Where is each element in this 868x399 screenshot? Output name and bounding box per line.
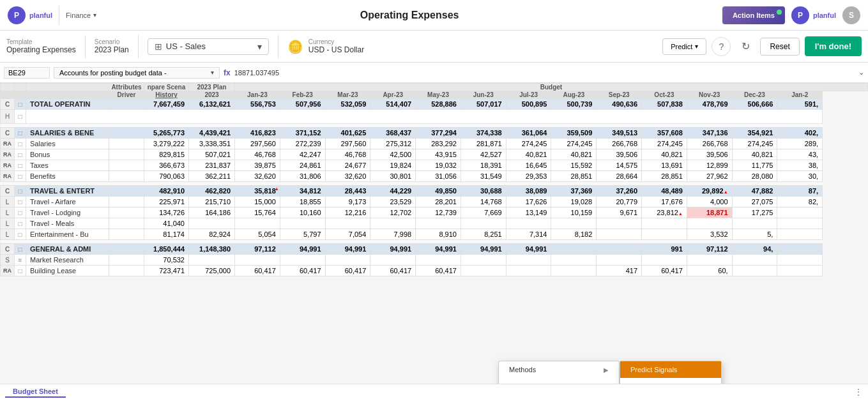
dimension-icon: ⊞ [155,41,162,52]
col-history-h: History [144,91,189,99]
row-oct[interactable]: 507,838 [642,99,687,110]
toolbar-separator-1 [85,35,86,58]
row-history[interactable]: 5,265,773 [144,128,189,139]
table-row: C □ GENERAL & ADMI 1,850,444 1,148,380 9… [1,244,868,255]
dropdown-arrow-icon: ▾ [257,41,262,52]
cell-ref-input[interactable] [4,67,50,79]
col-rownum-h [1,91,15,99]
row-jun[interactable]: 374,338 [461,128,506,139]
col-header-row-2: Driver History 2023 Jan-23 Feb-23 Mar-23… [1,91,868,99]
col-header-rowlabel [1,84,15,91]
row-jun[interactable]: 507,017 [461,99,506,110]
row-dec[interactable]: 354,921 [732,128,777,139]
row-label: H [1,110,15,124]
row-jul[interactable]: 361,064 [506,128,551,139]
row-apr[interactable]: 514,407 [370,99,416,110]
scenario-dropdown[interactable]: ⊞ US - Sales ▾ [148,38,269,55]
col-sep23-h: Sep-23 [597,91,642,99]
row-mar[interactable]: 532,059 [325,99,370,110]
row-plan[interactable]: 3,338,351 [189,139,235,149]
spreadsheet-table: Attributes npare Scena 2023 Plan Budget … [0,83,868,276]
currency-label: Currency [308,38,364,45]
action-items-dot [777,10,782,15]
submenu-arrow-icon-2: ▶ [604,383,609,384]
done-button[interactable]: I'm done! [805,36,862,56]
row-feb[interactable]: 507,956 [280,99,325,110]
finance-nav-arrow: ▾ [93,11,96,19]
action-items-label: Action Items [733,11,775,19]
scenario-info: Scenario 2023 Plan [95,38,129,54]
table-row: RA □ Taxes 366,673 231,837 39,875 24,861… [1,160,868,171]
predict-dropdown-arrow: ▾ [695,43,698,50]
row-icon: □ [15,139,26,149]
row-sep[interactable]: 490,636 [597,99,642,110]
refresh-icon-button[interactable]: ↻ [736,37,755,56]
cell-dropdown-label: Accounts for posting budget data - [59,69,167,77]
formula-value: 18871.037495 [234,69,855,77]
row-nov[interactable]: 478,769 [687,99,732,110]
action-items-button[interactable]: Action Items [722,6,785,24]
row-apr[interactable]: 368,437 [370,128,416,139]
finance-nav[interactable]: Finance ▾ [66,11,96,19]
col-may23-h: May-23 [416,91,461,99]
row-sep[interactable]: 349,513 [597,128,642,139]
row-oct[interactable]: 357,608 [642,128,687,139]
row-history[interactable]: 7,667,459 [144,99,189,110]
col-jan23-h: Jan-23 [235,91,280,99]
row-name[interactable]: TOTAL OPERATIN [26,99,109,110]
table-row: S ≡ Market Research 70,532 [1,255,868,266]
row-aug[interactable]: 500,739 [551,99,597,110]
help-icon-button[interactable]: ? [712,37,731,56]
table-row: H □ [1,110,868,124]
formula-expand-icon[interactable]: ⌄ [858,68,864,77]
context-menu-item-predict-projections[interactable]: Predict Projections ▶ [499,378,619,384]
col-oct23-h: Oct-23 [642,91,687,99]
toolbar-right: Predict ▾ ? ↻ Reset I'm done! [662,36,862,56]
row-feb[interactable]: 371,152 [280,128,325,139]
reset-button[interactable]: Reset [760,38,799,56]
row-jul[interactable]: 500,895 [506,99,551,110]
row-jan2[interactable]: 591, [777,99,823,110]
context-menu-item-methods[interactable]: Methods ▶ [499,361,619,378]
row-name[interactable]: SALARIES & BENE [26,128,109,139]
header-right: Action Items P planful S [722,6,860,24]
row-plan[interactable]: 6,132,621 [189,99,235,110]
cell-dropdown[interactable]: Accounts for posting budget data - ▾ [54,67,220,79]
col-mar23-h: Mar-23 [325,91,370,99]
row-may[interactable]: 528,886 [416,99,461,110]
row-may[interactable]: 377,294 [416,128,461,139]
currency-icon: 🪙 [287,39,303,54]
table-row: L □ Travel - Airfare 225,971 215,710 15,… [1,197,868,207]
table-row: L □ Travel - Meals 41,040 [1,218,868,229]
row-mar[interactable]: 401,625 [325,128,370,139]
currency-info: 🪙 Currency USD - US Dollar [287,38,364,54]
predict-button[interactable]: Predict ▾ [662,38,706,55]
more-options-icon[interactable]: ⋮ [854,387,863,397]
col-apr23-h: Apr-23 [370,91,416,99]
scenario-label: Scenario [95,38,129,45]
context-menu-item-predict-signals[interactable]: Predict Signals [620,361,721,378]
context-menu-item-copy[interactable]: Copy [620,378,721,384]
table-row: RA □ Benefits 790,063 362,211 32,620 31,… [1,171,868,182]
row-dec[interactable]: 506,666 [732,99,777,110]
logo-text: planful [29,11,52,19]
row-history[interactable]: 3,279,222 [144,139,189,149]
planful-logo-right-text: planful [813,11,836,19]
row-jan2[interactable]: 402, [777,128,823,139]
planful-logo-left[interactable]: P planful [8,6,52,24]
row-jan[interactable]: 416,823 [235,128,280,139]
row-name[interactable]: Salaries [26,139,109,149]
row-aug[interactable]: 359,509 [551,128,597,139]
row-label: C [1,128,15,139]
col-aug23-h: Aug-23 [551,91,597,99]
submenu-arrow-icon: ▶ [604,366,609,373]
row-plan[interactable]: 4,439,421 [189,128,235,139]
currency-value: USD - US Dollar [308,45,364,54]
row-nov[interactable]: 347,136 [687,128,732,139]
row-jan[interactable]: 556,753 [235,99,280,110]
sheet-tab-budget[interactable]: Budget Sheet [5,386,66,398]
context-menu-overlay: Methods ▶ Predict Projections ▶ Signal C… [498,361,722,384]
col-feb23-h: Feb-23 [280,91,325,99]
table-row: RA □ Building Lease 723,471 725,000 60,4… [1,266,868,276]
user-avatar[interactable]: S [842,6,860,24]
